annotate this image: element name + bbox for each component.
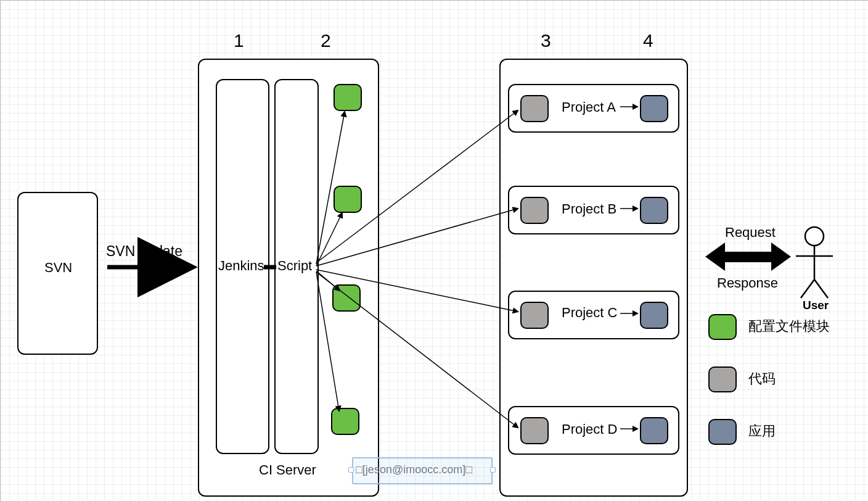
svg-point-1 xyxy=(805,227,824,246)
email-watermark: □[jeson@imoocc.com]□ xyxy=(356,463,472,476)
project-d-label: Project D xyxy=(562,421,617,437)
project-c-app-chip xyxy=(640,302,668,329)
legend-code-chip xyxy=(708,366,737,392)
user-label: User xyxy=(803,299,829,312)
legend-app-label: 应用 xyxy=(748,422,776,441)
project-b-label: Project B xyxy=(562,201,616,217)
request-label: Request xyxy=(725,225,776,241)
project-a-code-chip xyxy=(520,95,549,122)
config-chip-1 xyxy=(334,84,362,111)
user-icon xyxy=(796,227,833,298)
config-chip-2 xyxy=(334,186,362,213)
response-label: Response xyxy=(717,275,778,291)
selection-handle-left xyxy=(348,467,354,473)
legend-config-chip xyxy=(708,314,737,340)
project-a-app-chip xyxy=(640,95,668,122)
col-number-1: 1 xyxy=(234,30,244,51)
jenkins-label: Jenkins xyxy=(218,258,264,274)
svn-update-label: SVN update xyxy=(106,243,182,260)
request-response-arrow xyxy=(705,242,791,271)
project-c-code-chip xyxy=(520,302,549,329)
project-d-app-chip xyxy=(640,417,668,444)
col-number-4: 4 xyxy=(643,30,653,51)
config-chip-3 xyxy=(332,284,361,312)
ci-server-caption: CI Server xyxy=(259,462,316,478)
selection-handle-right xyxy=(490,467,496,473)
project-a-label: Project A xyxy=(562,99,616,115)
project-c-label: Project C xyxy=(562,305,617,321)
col-number-2: 2 xyxy=(321,30,331,51)
svg-rect-0 xyxy=(720,252,776,262)
legend-app-chip xyxy=(708,419,737,445)
svg-line-5 xyxy=(814,279,828,298)
legend-config-label: 配置文件模块 xyxy=(748,317,830,336)
col-number-3: 3 xyxy=(541,30,551,51)
project-b-code-chip xyxy=(520,197,549,224)
project-b-app-chip xyxy=(640,197,668,224)
script-label: Script xyxy=(277,258,312,274)
legend-code-label: 代码 xyxy=(748,370,776,388)
svn-label: SVN xyxy=(44,260,72,276)
config-chip-4 xyxy=(331,408,359,435)
project-d-code-chip xyxy=(520,417,549,444)
diagram-canvas: 1 2 3 4 SVN SVN update Jenkins Script CI… xyxy=(0,0,868,501)
svg-line-4 xyxy=(801,279,814,298)
